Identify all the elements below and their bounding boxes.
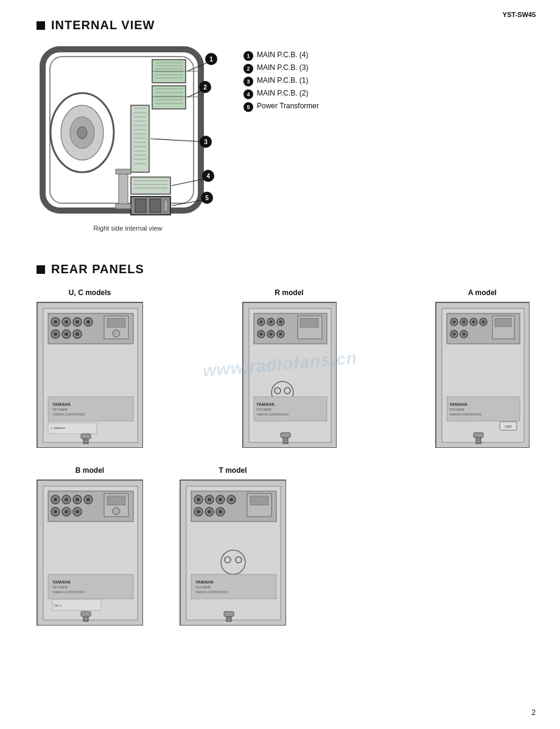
legend-item-1: 1 MAIN P.C.B. (4): [243, 51, 319, 61]
svg-text:2: 2: [203, 84, 207, 91]
svg-rect-40: [150, 199, 161, 212]
svg-point-96: [279, 321, 282, 324]
svg-text:YAMAHA CORPORATION: YAMAHA CORPORATION: [195, 591, 228, 594]
internal-view-section: INTERNAL VIEW: [37, 18, 530, 232]
panel-item-t: T model: [180, 466, 286, 626]
model-label: YST-SW45: [503, 11, 536, 18]
legend-num-3: 3: [243, 77, 253, 86]
page-number: 2: [531, 708, 536, 717]
svg-text:⚠ WARNING: ⚠ WARNING: [51, 427, 65, 430]
svg-rect-34: [131, 177, 170, 194]
panel-frame-t: YAMAHA YST-SW45 YAMAHA CORPORATION: [180, 480, 286, 626]
svg-point-68: [75, 320, 79, 324]
panel-label-uc: U, C models: [69, 288, 111, 297]
section-bullet: [37, 21, 45, 30]
rear-panels-title: REAR PANELS: [51, 262, 144, 276]
svg-point-147: [75, 498, 79, 501]
panel-item-r: R model: [242, 288, 337, 448]
panels-bottom-row: B model: [37, 466, 530, 626]
svg-point-120: [463, 321, 466, 324]
panel-svg-r: YAMAHA YST-SW45 YAMAHA CORPORATION: [243, 302, 337, 448]
legend-num-1: 1: [243, 51, 253, 61]
svg-rect-166: [81, 612, 91, 616]
internal-view-title: INTERNAL VIEW: [51, 18, 155, 32]
svg-rect-194: [224, 612, 234, 616]
panel-item-a: A model: [435, 288, 530, 448]
svg-point-179: [197, 510, 200, 514]
svg-text:230V: 230V: [505, 425, 512, 428]
panel-frame-uc: YAMAHA YST-SW45 YAMAHA CORPORATION ⚠ WAR…: [37, 302, 143, 448]
svg-text:CE ⚠: CE ⚠: [54, 604, 62, 607]
panel-label-b: B model: [75, 466, 104, 475]
svg-point-155: [75, 510, 79, 514]
svg-point-5: [77, 127, 87, 139]
internal-diagram-svg: 1 2 3 4 5: [37, 44, 219, 221]
legend-item-2: 2 MAIN P.C.B. (3): [243, 63, 319, 74]
panel-frame-r: YAMAHA YST-SW45 YAMAHA CORPORATION: [242, 302, 337, 448]
section-bullet-2: [37, 265, 45, 274]
svg-point-145: [65, 498, 68, 501]
panel-label-a: A model: [468, 288, 497, 297]
internal-view-content: 1 2 3 4 5: [37, 44, 530, 232]
svg-rect-185: [250, 496, 268, 505]
diagram-container: 1 2 3 4 5: [37, 44, 219, 232]
svg-rect-113: [281, 433, 290, 438]
svg-point-70: [86, 320, 90, 324]
legend-num-5: 5: [243, 102, 253, 112]
svg-text:YAMAHA: YAMAHA: [52, 580, 71, 584]
legend: 1 MAIN P.C.B. (4) 2 MAIN P.C.B. (3) 3 MA…: [243, 51, 319, 112]
svg-line-51: [150, 139, 204, 142]
svg-text:YST-SW45: YST-SW45: [52, 408, 68, 411]
rear-panels-header: REAR PANELS: [37, 262, 530, 276]
svg-rect-43: [116, 169, 131, 174]
svg-point-76: [75, 332, 79, 336]
panel-svg-a: YAMAHA YST-SW45 YAMAHA CORPORATION 230V: [436, 302, 530, 448]
svg-text:YAMAHA: YAMAHA: [256, 402, 275, 406]
svg-point-173: [208, 498, 211, 501]
page: YST-SW45 INTERNAL VIEW: [0, 0, 560, 729]
svg-point-149: [86, 498, 90, 501]
svg-point-143: [54, 498, 57, 501]
svg-rect-41: [164, 200, 167, 211]
svg-point-94: [269, 321, 272, 324]
svg-point-151: [54, 510, 57, 514]
legend-label-5: Power Transformer: [257, 102, 319, 110]
svg-point-175: [219, 498, 222, 501]
svg-point-79: [113, 330, 120, 337]
svg-point-122: [472, 321, 475, 324]
panel-label-r: R model: [275, 288, 303, 297]
legend-num-4: 4: [243, 89, 253, 99]
svg-point-102: [279, 333, 282, 336]
svg-point-177: [229, 498, 233, 501]
svg-point-124: [482, 321, 485, 324]
panel-svg-uc: YAMAHA YST-SW45 YAMAHA CORPORATION ⚠ WAR…: [37, 302, 143, 448]
legend-label-4: MAIN P.C.B. (2): [257, 89, 308, 97]
svg-point-158: [113, 508, 120, 515]
svg-rect-39: [135, 199, 146, 212]
svg-rect-44: [116, 204, 131, 209]
svg-text:1: 1: [209, 56, 213, 63]
panel-frame-b: YAMAHA YST-SW45 YAMAHA CORPORATION CE ⚠: [37, 480, 143, 626]
svg-rect-78: [107, 318, 125, 327]
svg-point-181: [208, 510, 211, 514]
svg-text:YAMAHA CORPORATION: YAMAHA CORPORATION: [449, 413, 481, 416]
svg-text:5: 5: [205, 195, 209, 201]
panel-item-uc: U, C models: [37, 288, 143, 448]
panel-label-t: T model: [219, 466, 247, 475]
svg-point-74: [65, 332, 68, 336]
legend-num-2: 2: [243, 64, 253, 74]
svg-rect-157: [107, 496, 125, 505]
svg-point-128: [463, 333, 466, 336]
panels-top-row: U, C models: [37, 288, 530, 448]
legend-item-5: 5 Power Transformer: [243, 102, 319, 112]
svg-rect-19: [131, 105, 149, 172]
svg-point-183: [219, 510, 222, 514]
svg-text:3: 3: [204, 139, 208, 145]
svg-text:YST-SW45: YST-SW45: [195, 585, 211, 589]
svg-point-92: [259, 321, 262, 324]
svg-point-118: [453, 321, 456, 324]
svg-point-100: [269, 333, 272, 336]
rear-panels-section: REAR PANELS www.radiofans.cn U, C models: [37, 262, 530, 626]
svg-text:YAMAHA CORPORATION: YAMAHA CORPORATION: [256, 413, 289, 416]
legend-item-4: 4 MAIN P.C.B. (2): [243, 89, 319, 99]
